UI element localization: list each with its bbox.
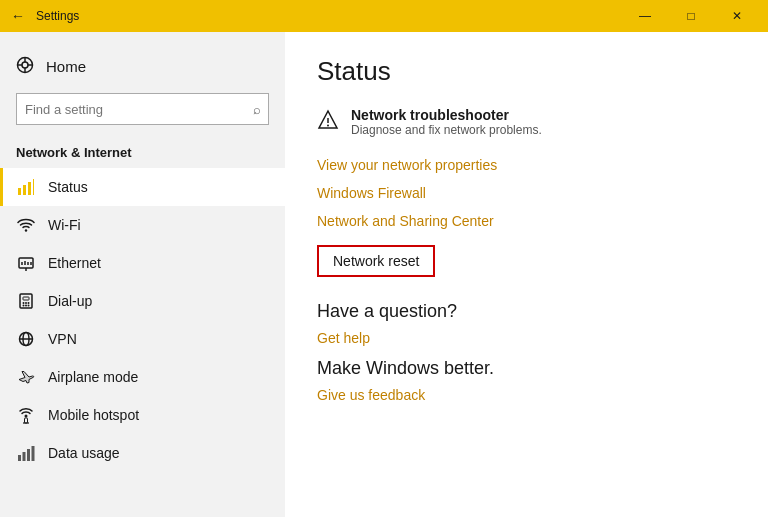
datausage-icon [16, 443, 36, 463]
svg-point-21 [28, 302, 30, 304]
hotspot-icon [16, 405, 36, 425]
svg-point-20 [25, 302, 27, 304]
sidebar-item-status-label: Status [48, 179, 88, 195]
sidebar-item-status[interactable]: Status [0, 168, 285, 206]
sidebar-item-wifi[interactable]: Wi-Fi [0, 206, 285, 244]
feedback-link[interactable]: Give us feedback [317, 387, 736, 403]
ethernet-icon [16, 253, 36, 273]
maximize-button[interactable]: □ [668, 0, 714, 32]
svg-point-28 [25, 415, 28, 418]
troubleshooter-text: Network troubleshooter Diagnose and fix … [351, 107, 542, 137]
search-box: ⌕ [16, 93, 269, 125]
dialup-icon [16, 291, 36, 311]
home-icon [16, 56, 34, 77]
sidebar-item-dialup-label: Dial-up [48, 293, 92, 309]
svg-point-36 [327, 125, 329, 127]
window-title: Settings [36, 9, 79, 23]
minimize-button[interactable]: — [622, 0, 668, 32]
troubleshooter-section: Network troubleshooter Diagnose and fix … [317, 107, 736, 137]
troubleshooter-title: Network troubleshooter [351, 107, 542, 123]
svg-rect-7 [23, 185, 26, 195]
app-body: Home ⌕ Network & Internet Status [0, 32, 768, 517]
network-sharing-link[interactable]: Network and Sharing Center [317, 213, 736, 229]
svg-rect-9 [33, 179, 34, 195]
view-properties-link[interactable]: View your network properties [317, 157, 736, 173]
search-input[interactable] [16, 93, 269, 125]
sidebar-item-airplane[interactable]: Airplane mode [0, 358, 285, 396]
windows-firewall-link[interactable]: Windows Firewall [317, 185, 736, 201]
home-label: Home [46, 58, 86, 75]
airplane-icon [16, 367, 36, 387]
content-area: Status Network troubleshooter Diagnose a… [285, 32, 768, 517]
svg-rect-31 [18, 455, 21, 461]
svg-point-24 [28, 305, 30, 307]
help-heading: Have a question? [317, 301, 736, 322]
sidebar-item-vpn-label: VPN [48, 331, 77, 347]
back-button[interactable]: ← [8, 6, 28, 26]
svg-rect-6 [18, 188, 21, 195]
svg-point-1 [22, 62, 28, 68]
wifi-icon [16, 215, 36, 235]
window-controls: — □ ✕ [622, 0, 760, 32]
sidebar-item-ethernet-label: Ethernet [48, 255, 101, 271]
status-icon [16, 177, 36, 197]
svg-point-19 [23, 302, 25, 304]
svg-rect-29 [25, 418, 28, 423]
title-bar-left: ← Settings [8, 6, 79, 26]
sidebar-item-hotspot[interactable]: Mobile hotspot [0, 396, 285, 434]
sidebar-item-datausage-label: Data usage [48, 445, 120, 461]
title-bar: ← Settings — □ ✕ [0, 0, 768, 32]
troubleshooter-subtitle: Diagnose and fix network problems. [351, 123, 542, 137]
sidebar-item-datausage[interactable]: Data usage [0, 434, 285, 472]
svg-rect-32 [23, 452, 26, 461]
sidebar-item-wifi-label: Wi-Fi [48, 217, 81, 233]
page-title: Status [317, 56, 736, 87]
svg-rect-8 [28, 182, 31, 195]
svg-point-23 [25, 305, 27, 307]
search-icon: ⌕ [253, 102, 261, 117]
svg-point-10 [25, 229, 27, 231]
warning-icon [317, 109, 339, 136]
sidebar-item-airplane-label: Airplane mode [48, 369, 138, 385]
svg-rect-18 [23, 297, 29, 300]
sidebar: Home ⌕ Network & Internet Status [0, 32, 285, 517]
sidebar-item-dialup[interactable]: Dial-up [0, 282, 285, 320]
sidebar-item-hotspot-label: Mobile hotspot [48, 407, 139, 423]
svg-point-22 [23, 305, 25, 307]
network-reset-button[interactable]: Network reset [317, 245, 435, 277]
feedback-heading: Make Windows better. [317, 358, 736, 379]
sidebar-item-home[interactable]: Home [0, 48, 285, 85]
sidebar-item-ethernet[interactable]: Ethernet [0, 244, 285, 282]
svg-rect-33 [27, 449, 30, 461]
vpn-icon [16, 329, 36, 349]
svg-rect-34 [32, 446, 35, 461]
sidebar-item-vpn[interactable]: VPN [0, 320, 285, 358]
close-button[interactable]: ✕ [714, 0, 760, 32]
sidebar-section-title: Network & Internet [0, 141, 285, 168]
get-help-link[interactable]: Get help [317, 330, 736, 346]
